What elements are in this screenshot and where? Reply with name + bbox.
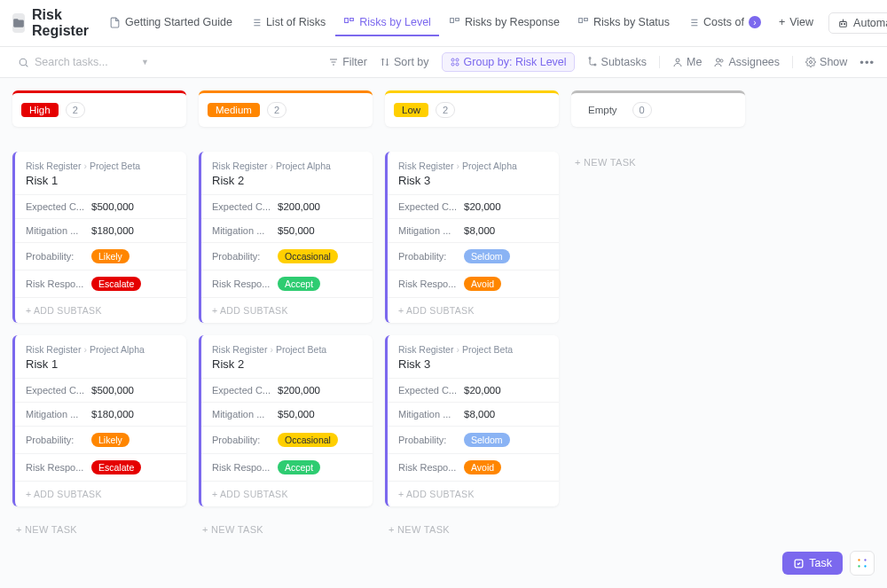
breadcrumb: Risk Register›Project Beta xyxy=(398,344,548,355)
search-input[interactable] xyxy=(35,56,134,68)
field-label: Risk Respo... xyxy=(212,462,272,473)
sort-label: Sort by xyxy=(394,56,429,68)
task-label: Task xyxy=(809,557,832,569)
add-view-button[interactable]: + View xyxy=(771,10,821,36)
column-header[interactable]: High2 xyxy=(12,90,186,127)
svg-point-16 xyxy=(841,23,842,24)
field-label: Probability: xyxy=(26,435,86,445)
add-subtask-button[interactable]: + ADD SUBTASK xyxy=(388,297,559,323)
grid-icon xyxy=(856,557,868,569)
mitigation-value: $180,000 xyxy=(91,225,134,236)
list-icon xyxy=(250,17,262,28)
svg-rect-6 xyxy=(345,18,349,22)
toolbar-right: Filter Sort by Group by: Risk Level Subt… xyxy=(328,52,875,72)
svg-point-36 xyxy=(717,59,720,62)
board-icon xyxy=(577,17,589,28)
filter-icon xyxy=(328,57,339,67)
svg-point-43 xyxy=(864,565,866,567)
folder-icon xyxy=(12,13,25,33)
column-label: Medium xyxy=(208,103,260,117)
field-label: Mitigation ... xyxy=(212,409,272,419)
person-icon xyxy=(672,57,683,67)
tab-risks-by-level[interactable]: Risks by Level xyxy=(335,10,439,36)
subtasks-label: Subtasks xyxy=(601,56,647,68)
svg-point-40 xyxy=(858,559,860,561)
probability-tag: Occasional xyxy=(278,433,338,447)
new-task-button[interactable]: + NEW TASK xyxy=(12,519,186,540)
group-by-button[interactable]: Group by: Risk Level xyxy=(442,52,575,72)
subtasks-button[interactable]: Subtasks xyxy=(587,56,647,68)
task-icon xyxy=(793,558,805,569)
new-task-button[interactable]: + NEW TASK xyxy=(571,152,745,173)
column-header[interactable]: Medium2 xyxy=(199,90,373,127)
tab-risks-by-status[interactable]: Risks by Status xyxy=(569,10,678,36)
group-icon xyxy=(450,57,460,67)
tab-list-of-risks[interactable]: List of Risks xyxy=(242,10,334,36)
show-button[interactable]: Show xyxy=(792,56,847,68)
svg-point-30 xyxy=(456,59,459,61)
mitigation-value: $8,000 xyxy=(464,225,495,236)
task-card[interactable]: Risk Register›Project Alpha Risk 2 Expec… xyxy=(199,152,373,323)
card-title: Risk 3 xyxy=(398,357,548,371)
probability-tag: Seldom xyxy=(464,433,510,447)
plus-icon: + xyxy=(779,16,785,28)
field-label: Risk Respo... xyxy=(26,278,86,289)
column-header[interactable]: Empty0 xyxy=(571,90,745,127)
expected-cost-value: $500,000 xyxy=(91,385,134,396)
filter-button[interactable]: Filter xyxy=(328,56,367,68)
page-title: Risk Register xyxy=(32,7,89,39)
svg-line-25 xyxy=(26,65,27,67)
apps-button[interactable] xyxy=(850,551,875,576)
people-icon xyxy=(714,57,725,67)
more-icon[interactable]: ••• xyxy=(860,56,875,69)
add-subtask-button[interactable]: + ADD SUBTASK xyxy=(15,481,186,506)
add-subtask-button[interactable]: + ADD SUBTASK xyxy=(201,481,373,506)
tab-getting-started[interactable]: Getting Started Guide xyxy=(101,10,240,36)
field-label: Probability: xyxy=(212,435,272,445)
column-header[interactable]: Low2 xyxy=(385,90,559,127)
svg-point-41 xyxy=(864,559,866,561)
chevron-down-icon[interactable]: ▼ xyxy=(141,58,149,67)
add-subtask-button[interactable]: + ADD SUBTASK xyxy=(15,297,186,323)
tab-label: Risks by Response xyxy=(465,16,560,28)
me-button[interactable]: Me xyxy=(659,56,702,68)
new-task-button[interactable]: + NEW TASK xyxy=(385,519,559,540)
task-card[interactable]: Risk Register›Project Beta Risk 2 Expect… xyxy=(199,335,373,506)
new-task-button[interactable]: + NEW TASK xyxy=(199,519,373,540)
task-card[interactable]: Risk Register›Project Alpha Risk 1 Expec… xyxy=(12,335,186,506)
probability-tag: Occasional xyxy=(278,249,338,263)
expected-cost-value: $200,000 xyxy=(278,201,320,212)
new-task-fab[interactable]: Task xyxy=(782,552,843,575)
filter-label: Filter xyxy=(342,56,367,68)
svg-rect-7 xyxy=(350,18,354,20)
task-card[interactable]: Risk Register›Project Beta Risk 1 Expect… xyxy=(12,152,186,323)
card-title: Risk 2 xyxy=(212,357,362,371)
show-label: Show xyxy=(820,56,847,68)
add-view-label: View xyxy=(789,16,813,28)
response-tag: Escalate xyxy=(91,277,141,291)
add-subtask-button[interactable]: + ADD SUBTASK xyxy=(201,297,373,323)
mitigation-value: $180,000 xyxy=(91,409,134,419)
task-card[interactable]: Risk Register›Project Alpha Risk 3 Expec… xyxy=(385,152,559,323)
svg-rect-9 xyxy=(455,18,459,20)
more-tabs-indicator[interactable]: › xyxy=(749,16,761,28)
column-label: Low xyxy=(394,103,428,117)
kanban-board: High2 Risk Register›Project Beta Risk 1 … xyxy=(0,78,887,553)
sort-button[interactable]: Sort by xyxy=(380,56,429,68)
add-subtask-button[interactable]: + ADD SUBTASK xyxy=(388,481,559,506)
svg-rect-11 xyxy=(584,18,587,20)
probability-tag: Seldom xyxy=(464,249,510,263)
task-card[interactable]: Risk Register›Project Beta Risk 3 Expect… xyxy=(385,335,559,506)
automate-label: Automate xyxy=(853,17,887,29)
card-title: Risk 2 xyxy=(212,174,362,187)
assignees-button[interactable]: Assignees xyxy=(714,56,780,68)
tab-costs-of[interactable]: Costs of › xyxy=(679,10,769,36)
column-count: 2 xyxy=(436,102,455,118)
header: Risk Register Getting Started Guide List… xyxy=(0,0,887,47)
field-label: Risk Respo... xyxy=(26,462,86,473)
board-icon xyxy=(449,17,460,28)
expected-cost-value: $20,000 xyxy=(464,385,501,396)
automate-button[interactable]: Automate ▼ xyxy=(828,12,887,34)
tab-risks-by-response[interactable]: Risks by Response xyxy=(441,10,568,36)
field-label: Expected C... xyxy=(398,385,459,396)
